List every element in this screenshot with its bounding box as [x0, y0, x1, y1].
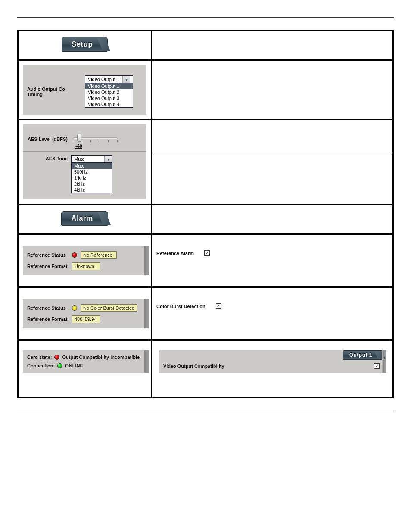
- status-led-icon: [54, 355, 59, 360]
- aes-tone-options: Mute 500Hz 1 kHz 2kHz 4kHz: [71, 162, 112, 193]
- output1-tab-label: Output 1: [349, 352, 372, 358]
- connection-label: Connection:: [27, 363, 55, 368]
- card-state-value: Output Compatibility Incompatible: [62, 355, 140, 360]
- alarm-tab-label: Alarm: [71, 214, 93, 222]
- ref1-status-value: No Reference: [81, 251, 117, 259]
- alarm-tab-button[interactable]: Alarm: [61, 211, 108, 226]
- status-led-icon: [57, 363, 62, 368]
- page-bottom-rule: [17, 411, 394, 413]
- setup-tab-label: Setup: [72, 40, 93, 48]
- aes-tone-selected: Mute: [72, 156, 104, 162]
- aes-tone-option[interactable]: 4kHz: [72, 187, 112, 193]
- audio-cotiming-option[interactable]: Video Output 3: [85, 95, 133, 101]
- slider-ticks: [73, 140, 118, 142]
- video-output-compat-label: Video Output Compatibility: [163, 364, 224, 369]
- aes-panel: AES Level (dBFS) -40 AES Tone: [23, 124, 146, 199]
- aes-tone-option[interactable]: 500Hz: [72, 169, 112, 175]
- reference-panel-1: Reference Status No Reference Reference …: [23, 246, 149, 275]
- color-burst-checkbox[interactable]: ✓: [216, 303, 221, 309]
- outer-table: Setup Audio Output Co-Timing Video Outpu…: [17, 30, 394, 398]
- panel-divider: [23, 151, 146, 152]
- audio-cotiming-options: Video Output 1 Video Output 2 Video Outp…: [85, 83, 133, 108]
- aes-tone-option[interactable]: 1 kHz: [72, 175, 112, 181]
- ref2-format-value: 480i 59.94: [72, 315, 100, 323]
- right-divider: [152, 152, 392, 152]
- output1-tab-button[interactable]: Output 1: [343, 350, 384, 360]
- status-led-icon: [72, 252, 77, 258]
- status-led-icon: [72, 305, 77, 311]
- setup-tab-button[interactable]: Setup: [62, 37, 108, 52]
- audio-cotiming-panel: Audio Output Co-Timing Video Output 1 ▾ …: [23, 65, 146, 115]
- audio-cotiming-dropdown[interactable]: Video Output 1 ▾: [85, 75, 133, 83]
- aes-tone-dropdown[interactable]: Mute ▾: [71, 155, 112, 163]
- page-top-rule: [17, 17, 394, 18]
- audio-cotiming-option[interactable]: Video Output 2: [85, 89, 133, 95]
- aes-level-slider[interactable]: -40: [71, 133, 119, 148]
- ref1-format-label: Reference Format: [27, 264, 68, 269]
- ref2-status-label: Reference Status: [27, 305, 68, 311]
- ref2-alarm-label: Color Burst Detection: [156, 304, 206, 309]
- chevron-down-icon: ▾: [104, 156, 112, 162]
- aes-tone-label: AES Tone: [27, 156, 68, 161]
- ref1-alarm-label: Reference Alarm: [156, 251, 194, 256]
- ref1-format-value: Unknown: [72, 262, 100, 270]
- output-compat-panel: Output 1 Video Output Compatibility ✓: [159, 350, 386, 373]
- chevron-down-icon: ▾: [122, 76, 130, 83]
- aes-tone-option[interactable]: 2kHz: [72, 181, 112, 187]
- aes-level-value: -40: [75, 143, 82, 149]
- audio-cotiming-label: Audio Output Co-Timing: [27, 87, 81, 97]
- aes-tone-option[interactable]: Mute: [72, 163, 112, 169]
- video-output-compat-checkbox[interactable]: ✓: [374, 363, 380, 369]
- aes-level-label: AES Level (dBFS): [27, 137, 68, 142]
- card-state-panel: Card state: Output Compatibility Incompa…: [23, 350, 149, 373]
- card-state-label: Card state:: [27, 355, 52, 360]
- audio-cotiming-option[interactable]: Video Output 4: [85, 101, 133, 107]
- reference-alarm-checkbox[interactable]: ✓: [204, 250, 210, 256]
- audio-cotiming-option[interactable]: Video Output 1: [85, 83, 133, 89]
- reference-panel-2: Reference Status No Color Burst Detected…: [23, 299, 149, 328]
- ref2-format-label: Reference Format: [27, 317, 68, 322]
- connection-value: ONLINE: [65, 363, 83, 368]
- audio-cotiming-selected: Video Output 1: [85, 76, 122, 83]
- ref1-status-label: Reference Status: [27, 252, 68, 258]
- ref2-status-value: No Color Burst Detected: [81, 304, 137, 312]
